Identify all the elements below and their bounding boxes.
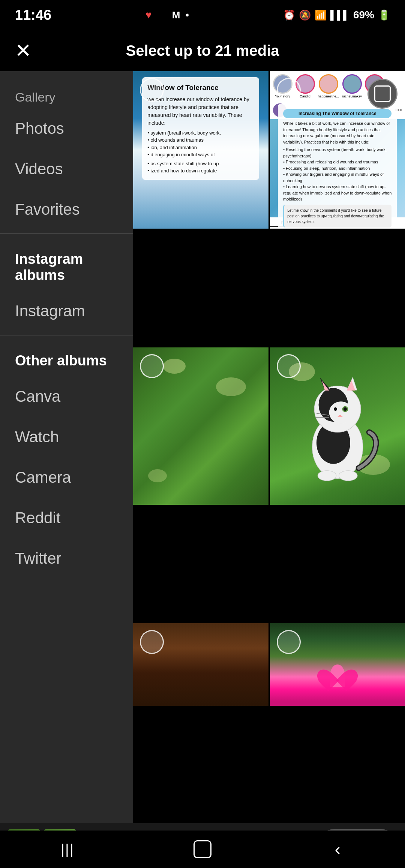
sidebar-canva-label: Canva <box>15 388 60 406</box>
sidebar-item-camera[interactable]: Camera <box>0 457 133 498</box>
nav-recent-button[interactable]: ||| <box>52 834 82 864</box>
dot-icon: • <box>185 9 189 21</box>
gmail-icon: M <box>172 9 180 21</box>
status-icons: ♥ 🖼 M • <box>146 9 189 21</box>
sidebar-item-videos[interactable]: Videos <box>0 149 133 189</box>
photo-cell-1[interactable]: Window of Tolerance we can increase our … <box>133 71 268 229</box>
pocket-icon: ♥ <box>146 9 152 21</box>
nav-back-button[interactable]: ‹ <box>322 834 352 864</box>
status-time: 11:46 <box>15 7 51 23</box>
sidebar-instagram-label: Instagram <box>15 302 85 320</box>
header-title: Select up to 21 media <box>126 42 279 59</box>
photo-cell-5[interactable] <box>133 623 268 706</box>
photo-cell-4[interactable] <box>270 347 405 505</box>
mute-icon: 🔕 <box>299 9 311 21</box>
sidebar-photos-label: Photos <box>15 120 64 138</box>
recent-apps-icon: ||| <box>61 841 74 858</box>
home-icon <box>194 840 212 858</box>
sidebar-divider-2 <box>0 335 133 335</box>
photo-4-select[interactable] <box>277 354 301 378</box>
status-right: ⏰ 🔕 📶 ▌▌▌ 69% 🔋 <box>283 9 390 21</box>
status-bar: 11:46 ♥ 🖼 M • ⏰ 🔕 📶 ▌▌▌ 69% 🔋 <box>0 0 405 30</box>
sidebar-item-watch[interactable]: Watch <box>0 417 133 457</box>
photo-6-select[interactable] <box>277 630 301 654</box>
photo-cell-3[interactable] <box>133 347 268 505</box>
photo-3-select[interactable] <box>140 354 164 378</box>
sidebar-videos-label: Videos <box>15 160 63 178</box>
back-icon: ‹ <box>335 840 340 859</box>
nav-home-button[interactable] <box>188 834 218 864</box>
close-button[interactable]: ✕ <box>15 41 32 60</box>
battery-text: 69% <box>353 9 374 21</box>
sidebar-item-photos[interactable]: Photos <box>0 108 133 149</box>
sidebar-watch-label: Watch <box>15 428 59 446</box>
sidebar-reddit-label: Reddit <box>15 509 60 527</box>
gallery-icon: 🖼 <box>157 9 167 21</box>
battery-icon: 🔋 <box>378 9 390 21</box>
alarm-icon: ⏰ <box>283 9 295 21</box>
svg-point-14 <box>329 401 352 424</box>
wifi-icon: 📶 <box>315 9 327 21</box>
svg-point-27 <box>339 471 357 481</box>
sidebar-other-albums-header: Other albums <box>0 339 133 376</box>
sidebar-item-reddit[interactable]: Reddit <box>0 498 133 538</box>
sidebar-item-favorites[interactable]: Favorites <box>0 189 133 230</box>
svg-point-22 <box>344 407 347 411</box>
sidebar-favorites-label: Favorites <box>15 201 80 218</box>
photo-grid: Window of Tolerance we can increase our … <box>133 71 405 823</box>
main-content: Gallery Photos Videos Favorites Instagra… <box>0 71 405 823</box>
sidebar-item-canva[interactable]: Canva <box>0 376 133 417</box>
multiselect-toggle[interactable] <box>368 79 398 109</box>
sidebar-gallery-label: Gallery <box>0 82 133 108</box>
photo-cell-6[interactable] <box>270 623 405 706</box>
sidebar-divider-1 <box>0 233 133 234</box>
sitting-cat-svg <box>294 367 381 485</box>
signal-icon: ▌▌▌ <box>330 10 350 20</box>
other-albums-label: Other albums <box>15 353 107 369</box>
photo-2-select[interactable] <box>277 78 301 102</box>
svg-point-26 <box>318 471 336 481</box>
sidebar-item-twitter[interactable]: Twitter <box>0 538 133 579</box>
sidebar: Gallery Photos Videos Favorites Instagra… <box>0 71 133 823</box>
photo-1-select[interactable] <box>140 78 164 102</box>
header: ✕ Select up to 21 media <box>0 30 405 71</box>
sidebar-camera-label: Camera <box>15 468 71 486</box>
svg-point-21 <box>334 407 337 411</box>
multiselect-icon <box>374 85 391 102</box>
ig-post-content: Increasing The Window of Tolerance While… <box>270 119 405 217</box>
sidebar-instagram-albums-header: Instagram albums <box>0 238 133 291</box>
sidebar-item-instagram[interactable]: Instagram <box>0 291 133 331</box>
nav-bar: ||| ‹ <box>0 831 405 868</box>
photo-5-select[interactable] <box>140 630 164 654</box>
sidebar-twitter-label: Twitter <box>15 549 62 567</box>
instagram-albums-label: Instagram albums <box>15 251 118 283</box>
